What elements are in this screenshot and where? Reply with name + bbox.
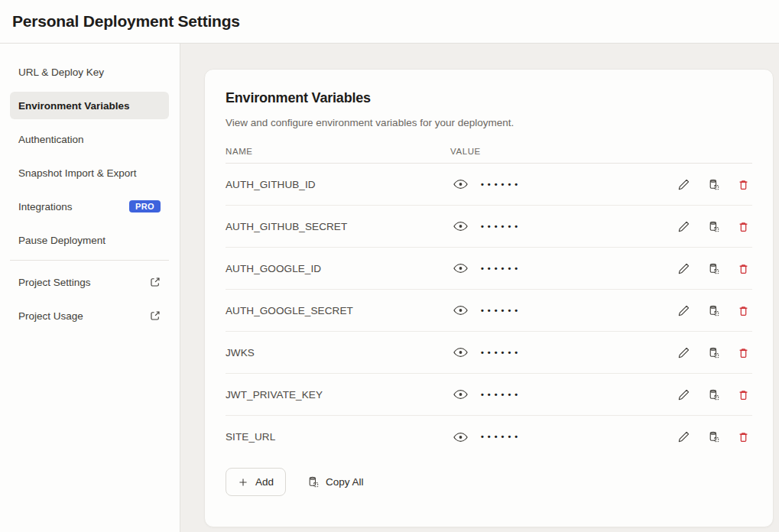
- delete-button[interactable]: [735, 428, 752, 446]
- env-variable-value-cell: ••••••: [450, 302, 639, 319]
- copy-button[interactable]: [705, 260, 722, 277]
- env-variables-table: NAME VALUE AUTH_GITHUB_ID ••••••: [226, 147, 752, 458]
- copy-button[interactable]: [705, 302, 722, 320]
- plus-icon: [238, 477, 248, 488]
- edit-button[interactable]: [675, 218, 693, 235]
- masked-value: ••••••: [481, 391, 521, 399]
- add-button[interactable]: Add: [226, 468, 286, 496]
- reveal-value-button[interactable]: [450, 344, 471, 361]
- edit-button[interactable]: [675, 428, 693, 446]
- env-variable-value-cell: ••••••: [450, 429, 639, 446]
- copy-button[interactable]: [705, 344, 722, 362]
- sidebar-item-environment-variables[interactable]: Environment Variables: [10, 92, 169, 119]
- column-header-name: NAME: [226, 147, 450, 156]
- masked-value: ••••••: [481, 264, 521, 273]
- row-actions: [639, 176, 752, 193]
- reveal-value-button[interactable]: [450, 218, 471, 235]
- env-variable-row: AUTH_GOOGLE_ID ••••••: [226, 248, 752, 290]
- edit-button[interactable]: [675, 386, 693, 404]
- external-link-icon: [150, 277, 161, 287]
- masked-value: ••••••: [481, 222, 521, 231]
- sidebar-link-project-settings[interactable]: Project Settings: [10, 268, 169, 296]
- env-variable-name: AUTH_GOOGLE_ID: [226, 263, 450, 274]
- row-actions: [639, 302, 752, 320]
- main-content: Environment Variables View and configure…: [180, 44, 779, 532]
- environment-variables-card: Environment Variables View and configure…: [204, 69, 774, 527]
- env-variable-row: AUTH_GITHUB_ID ••••••: [226, 164, 752, 206]
- reveal-value-button[interactable]: [450, 176, 471, 193]
- reveal-value-button[interactable]: [450, 302, 471, 319]
- edit-button[interactable]: [675, 344, 693, 362]
- reveal-value-button[interactable]: [450, 260, 471, 277]
- settings-sidebar: URL & Deploy Key Environment Variables A…: [0, 44, 180, 532]
- page-title: Personal Deployment Settings: [12, 12, 240, 31]
- masked-value: ••••••: [481, 307, 521, 315]
- delete-button[interactable]: [735, 386, 752, 404]
- delete-button[interactable]: [735, 344, 752, 362]
- page-header: Personal Deployment Settings: [0, 0, 779, 44]
- sidebar-item-snapshot-import-export[interactable]: Snapshot Import & Export: [10, 159, 169, 187]
- env-variable-name: AUTH_GOOGLE_SECRET: [226, 305, 450, 316]
- env-variable-name: SITE_URL: [226, 431, 450, 443]
- card-title: Environment Variables: [226, 90, 752, 106]
- sidebar-item-label: Project Settings: [18, 277, 91, 288]
- env-variable-row: AUTH_GITHUB_SECRET ••••••: [226, 206, 752, 248]
- sidebar-item-pause-deployment[interactable]: Pause Deployment: [10, 226, 169, 254]
- sidebar-item-label: Project Usage: [18, 310, 83, 322]
- sidebar-item-integrations[interactable]: Integrations PRO: [10, 193, 169, 220]
- env-variable-value-cell: ••••••: [450, 344, 639, 361]
- copy-button[interactable]: [705, 428, 722, 446]
- table-footer: Add Copy All: [226, 468, 752, 496]
- copy-icon: [307, 476, 319, 488]
- row-actions: [639, 386, 752, 404]
- table-header-row: NAME VALUE: [226, 147, 752, 164]
- row-actions: [639, 218, 752, 235]
- env-variable-value-cell: ••••••: [450, 260, 639, 277]
- sidebar-divider: [10, 260, 169, 261]
- copy-all-button-label: Copy All: [326, 476, 364, 488]
- sidebar-item-label: Pause Deployment: [18, 235, 105, 246]
- env-variable-row: JWT_PRIVATE_KEY ••••••: [226, 374, 752, 416]
- pro-badge: PRO: [129, 200, 161, 212]
- env-variable-name: JWT_PRIVATE_KEY: [226, 389, 450, 401]
- external-link-icon: [150, 310, 161, 321]
- sidebar-link-project-usage[interactable]: Project Usage: [10, 302, 169, 329]
- edit-button[interactable]: [675, 302, 693, 320]
- row-actions: [639, 428, 752, 446]
- masked-value: ••••••: [481, 349, 521, 357]
- copy-button[interactable]: [705, 386, 722, 404]
- delete-button[interactable]: [735, 218, 752, 235]
- env-variable-name: JWKS: [226, 347, 450, 358]
- sidebar-item-label: Snapshot Import & Export: [18, 167, 137, 179]
- sidebar-item-label: Authentication: [18, 134, 84, 145]
- sidebar-item-label: Integrations: [18, 201, 73, 212]
- reveal-value-button[interactable]: [450, 386, 471, 403]
- delete-button[interactable]: [735, 176, 752, 193]
- edit-button[interactable]: [675, 260, 693, 277]
- sidebar-item-url-deploy-key[interactable]: URL & Deploy Key: [10, 58, 169, 86]
- env-variable-name: AUTH_GITHUB_SECRET: [226, 221, 450, 232]
- reveal-value-button[interactable]: [450, 429, 471, 446]
- card-description: View and configure environment variables…: [226, 117, 752, 128]
- env-variable-value-cell: ••••••: [450, 176, 639, 193]
- delete-button[interactable]: [735, 260, 752, 277]
- masked-value: ••••••: [481, 180, 521, 189]
- add-button-label: Add: [255, 476, 274, 488]
- table-body: AUTH_GITHUB_ID •••••• AUTH_GITHUB_SECRET: [226, 164, 752, 458]
- row-actions: [639, 260, 752, 277]
- copy-all-button[interactable]: Copy All: [295, 468, 376, 496]
- delete-button[interactable]: [735, 302, 752, 320]
- env-variable-row: SITE_URL ••••••: [226, 416, 752, 458]
- sidebar-item-authentication[interactable]: Authentication: [10, 125, 169, 153]
- env-variable-row: JWKS ••••••: [226, 332, 752, 374]
- column-header-value: VALUE: [450, 147, 639, 156]
- masked-value: ••••••: [481, 433, 521, 441]
- env-variable-value-cell: ••••••: [450, 386, 639, 403]
- edit-button[interactable]: [675, 176, 693, 193]
- sidebar-item-label: Environment Variables: [18, 100, 130, 112]
- copy-button[interactable]: [705, 176, 722, 193]
- env-variable-value-cell: ••••••: [450, 218, 639, 235]
- sidebar-item-label: URL & Deploy Key: [18, 66, 104, 78]
- env-variable-name: AUTH_GITHUB_ID: [226, 179, 450, 190]
- copy-button[interactable]: [705, 218, 722, 235]
